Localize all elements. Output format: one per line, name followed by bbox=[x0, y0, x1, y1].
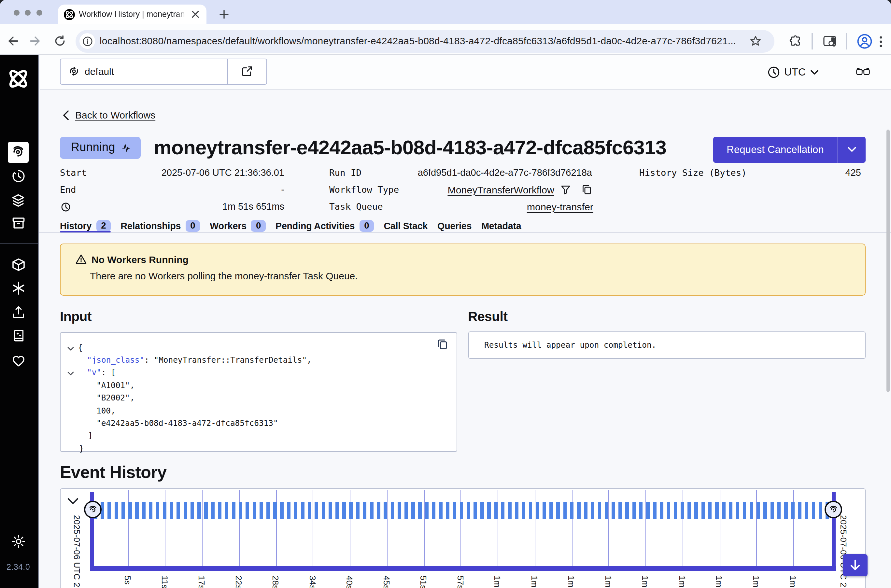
tab-workers[interactable]: Workers0 bbox=[210, 220, 266, 231]
reload-icon[interactable] bbox=[54, 35, 66, 47]
meta-history-size-label: History Size (Bytes) bbox=[639, 167, 747, 178]
copy-type-icon[interactable] bbox=[582, 184, 592, 195]
labs-glasses-icon bbox=[856, 68, 870, 77]
input-json-viewer: {"json_class": "MoneyTransfer::TransferD… bbox=[60, 332, 457, 452]
timeline-range-bar[interactable] bbox=[90, 566, 836, 571]
tab-label: Workers bbox=[210, 220, 246, 231]
back-icon[interactable] bbox=[7, 35, 19, 47]
json-key: "v" bbox=[87, 368, 101, 377]
site-info-icon bbox=[82, 36, 92, 46]
event-history-heading: Event History bbox=[60, 462, 166, 482]
sidebar-item-archival[interactable] bbox=[0, 216, 36, 230]
tab-queries[interactable]: Queries bbox=[437, 220, 471, 231]
timeline-gridline bbox=[165, 489, 166, 566]
page-scrollbar-thumb[interactable] bbox=[886, 130, 890, 392]
json-collapse-icon[interactable] bbox=[67, 346, 74, 351]
timeline-start-label: 2025-07-06 UTC 21:36:36.01 bbox=[72, 515, 82, 588]
tab-history[interactable]: History2 bbox=[60, 220, 111, 231]
browser-window: Workflow History | moneytran bbox=[0, 0, 891, 588]
browser-menu-icon[interactable] bbox=[879, 36, 882, 47]
sidebar-item-namespaces[interactable] bbox=[0, 194, 36, 208]
app-sidebar: 2.34.0 bbox=[0, 55, 39, 588]
timeline-tick-label: 34s bbox=[308, 576, 318, 588]
tab-metadata[interactable]: Metadata bbox=[482, 220, 521, 231]
profile-avatar-icon[interactable] bbox=[857, 34, 872, 49]
tab-pending-activities[interactable]: Pending Activities0 bbox=[276, 220, 374, 231]
timezone-value: UTC bbox=[784, 66, 806, 78]
archival-icon bbox=[11, 216, 25, 230]
traffic-light-minimize[interactable] bbox=[25, 9, 31, 15]
site-info-chip[interactable] bbox=[80, 33, 95, 49]
json-key: "json_class" bbox=[87, 356, 144, 364]
timeline-tick-label: 1m 13s bbox=[566, 576, 576, 588]
json-line: "e4242aa5-b08d-4183-a472-dfca85fc6313" bbox=[96, 417, 278, 430]
filter-icon[interactable] bbox=[561, 184, 570, 194]
traffic-light-zoom[interactable] bbox=[36, 9, 42, 15]
timeline-collapse-icon[interactable] bbox=[67, 498, 79, 505]
extensions-icon[interactable] bbox=[789, 35, 802, 48]
temporal-logo-icon[interactable] bbox=[0, 66, 36, 92]
timeline-tick-label: 1m 19s bbox=[603, 576, 613, 588]
warning-icon bbox=[75, 254, 87, 264]
url-bar[interactable]: localhost:8080/namespaces/default/workfl… bbox=[75, 30, 774, 52]
duration-clock-icon bbox=[61, 202, 70, 211]
tab-label: Pending Activities bbox=[276, 220, 355, 231]
sidebar-item-schedules[interactable] bbox=[0, 169, 36, 183]
timeline-start-node[interactable] bbox=[84, 501, 102, 518]
url-text[interactable]: localhost:8080/namespaces/default/workfl… bbox=[100, 35, 744, 46]
timeline-running-stripes bbox=[94, 502, 832, 519]
traffic-light-close[interactable] bbox=[14, 9, 19, 15]
workflow-type-link[interactable]: MoneyTransferWorkflow bbox=[447, 184, 554, 195]
sidebar-item-deployments[interactable] bbox=[0, 258, 36, 272]
meta-workflow-type-label: Workflow Type bbox=[329, 184, 399, 195]
tab-relationships[interactable]: Relationships0 bbox=[120, 220, 200, 231]
sidebar-item-docs[interactable] bbox=[0, 329, 36, 342]
timezone-clock-icon bbox=[768, 66, 780, 78]
toolbar-separator-2 bbox=[846, 33, 847, 50]
json-line: ] bbox=[88, 430, 93, 443]
json-line: "json_class": "MoneyTransfer::TransferDe… bbox=[87, 354, 312, 367]
meta-run-id-value: a6fd95d1-da0c-4d2e-a77c-786f3d76218a bbox=[418, 167, 592, 177]
timeline-gridline bbox=[424, 489, 424, 566]
namespace-open-button[interactable] bbox=[227, 59, 266, 84]
page-content: Back to Workflows Running moneytransfer-… bbox=[39, 90, 891, 588]
no-workers-warning: No Workers Running There are no Workers … bbox=[60, 243, 866, 296]
timeline-gridline bbox=[313, 489, 314, 566]
theme-toggle[interactable] bbox=[0, 535, 36, 548]
timeline-tick-label: 22s bbox=[234, 576, 244, 588]
timezone-select[interactable]: UTC bbox=[768, 55, 819, 90]
tab-close-icon[interactable] bbox=[192, 10, 199, 18]
side-panel-icon[interactable] bbox=[823, 36, 836, 47]
meta-task-queue-label: Task Queue bbox=[329, 201, 383, 212]
event-history-timeline: 2025-07-06 UTC 21:36:36.01 2025-07-06 UT… bbox=[60, 488, 866, 588]
labs-toggle[interactable] bbox=[856, 55, 870, 90]
copy-input-icon[interactable] bbox=[437, 339, 448, 350]
scroll-to-bottom-button[interactable] bbox=[843, 554, 867, 576]
timeline-tick-label: 1m 36s bbox=[714, 576, 724, 588]
forward-icon[interactable] bbox=[29, 35, 41, 47]
workflow-tabs: History2Relationships0Workers0Pending Ac… bbox=[60, 219, 521, 233]
sidebar-item-workflows[interactable] bbox=[8, 142, 28, 162]
timeline-start-node-icon bbox=[88, 505, 98, 514]
sidebar-item-import[interactable] bbox=[0, 305, 36, 319]
json-line: } bbox=[79, 442, 84, 455]
task-queue-link[interactable]: money-transfer bbox=[527, 201, 593, 212]
json-line: "v": [ bbox=[87, 367, 116, 380]
tab-call-stack[interactable]: Call Stack bbox=[384, 220, 428, 231]
namespace-value: default bbox=[85, 66, 114, 77]
sidebar-item-feedback[interactable] bbox=[0, 354, 36, 368]
sidebar-item-nexus[interactable] bbox=[0, 281, 36, 295]
namespace-select[interactable]: default bbox=[60, 58, 267, 84]
browser-tab[interactable]: Workflow History | moneytran bbox=[58, 4, 207, 24]
new-tab-icon[interactable] bbox=[219, 10, 229, 19]
timeline-gridline bbox=[756, 489, 757, 566]
json-collapse-icon[interactable] bbox=[67, 372, 74, 376]
timeline-end-node[interactable] bbox=[825, 501, 842, 518]
bookmark-star-icon[interactable] bbox=[750, 35, 761, 47]
json-text: "e4242aa5-b08d-4183-a472-dfca85fc6313" bbox=[96, 419, 278, 428]
warning-message: There are no Workers polling the money-t… bbox=[90, 270, 358, 281]
import-icon bbox=[11, 305, 25, 319]
tab-count-badge: 2 bbox=[96, 220, 111, 231]
tab-label: Metadata bbox=[482, 220, 521, 231]
json-text: { bbox=[78, 343, 83, 352]
